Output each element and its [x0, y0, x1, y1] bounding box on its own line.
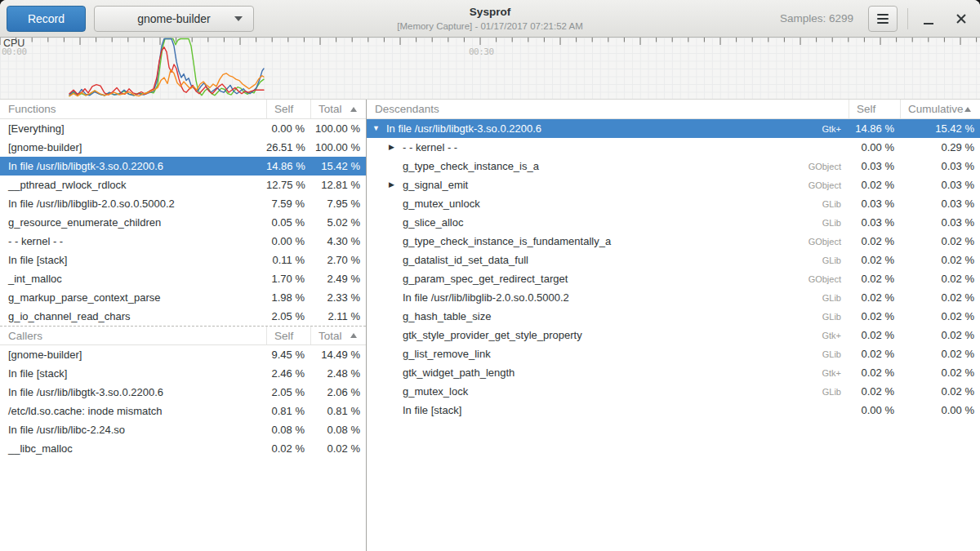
descendants-row[interactable]: g_type_check_instance_is_fundamentally_a… — [367, 232, 980, 251]
function-name: In file /usr/lib/libgtk-3.so.0.2200.6 — [0, 386, 266, 398]
descendants-row[interactable]: g_type_check_instance_is_aGObject0.03 %0… — [367, 157, 980, 176]
descendant-name-cell: g_param_spec_get_redirect_targetGObject — [367, 273, 849, 285]
menu-button[interactable] — [868, 6, 898, 32]
expander-collapsed-icon[interactable]: ▶ — [389, 144, 403, 151]
functions-row[interactable]: _int_malloc1.70 %2.49 % — [0, 269, 366, 288]
callers-row[interactable]: In file [stack]2.46 %2.48 % — [0, 364, 366, 383]
column-header-cumulative[interactable]: Cumulative — [900, 100, 980, 118]
function-name: In file /usr/lib/libc-2.24.so — [0, 424, 266, 436]
column-header-callers[interactable]: Callers — [0, 327, 266, 344]
total-percent: 7.95 % — [310, 198, 366, 210]
callers-row[interactable]: [gnome-builder]9.45 %14.49 % — [0, 345, 366, 364]
descendants-row[interactable]: g_mutex_unlockGLib0.03 %0.03 % — [367, 194, 980, 213]
library-badge: GObject — [808, 180, 849, 190]
functions-row[interactable]: g_io_channel_read_chars2.05 %2.11 % — [0, 307, 366, 326]
self-percent: 26.51 % — [266, 141, 310, 153]
descendants-row[interactable]: g_param_spec_get_redirect_targetGObject0… — [367, 269, 980, 288]
descendants-row[interactable]: g_hash_table_sizeGLib0.02 %0.02 % — [367, 307, 980, 326]
functions-row[interactable]: - - kernel - -0.00 %4.30 % — [0, 232, 366, 251]
expander-collapsed-icon[interactable]: ▶ — [389, 181, 403, 189]
function-name: g_hash_table_size — [403, 310, 491, 322]
function-name: - - kernel - - — [403, 141, 457, 153]
function-name: In file [stack] — [0, 254, 266, 266]
self-percent: 7.59 % — [266, 198, 310, 210]
callers-row[interactable]: In file /usr/lib/libgtk-3.so.0.2200.62.0… — [0, 383, 366, 402]
cumulative-percent: 0.00 % — [900, 404, 980, 416]
cumulative-percent: 0.03 % — [900, 216, 980, 229]
functions-table-header: Functions Self Total — [0, 100, 366, 119]
column-header-total[interactable]: Total — [310, 100, 366, 118]
cumulative-percent: 0.02 % — [900, 235, 980, 247]
column-header-self[interactable]: Self — [849, 100, 900, 118]
callers-row[interactable]: __libc_malloc0.02 %0.02 % — [0, 439, 366, 458]
column-header-descendants[interactable]: Descendants — [367, 100, 849, 118]
functions-row[interactable]: In file /usr/lib/libgtk-3.so.0.2200.614.… — [0, 157, 366, 176]
minimize-button[interactable] — [916, 7, 941, 31]
column-header-total[interactable]: Total — [310, 327, 366, 344]
column-header-functions[interactable]: Functions — [0, 100, 266, 118]
total-percent: 2.48 % — [310, 367, 366, 380]
descendants-row[interactable]: gtk_style_provider_get_style_propertyGtk… — [367, 326, 980, 344]
header-separator — [907, 8, 908, 29]
close-icon — [956, 14, 966, 24]
function-name: In file [stack] — [0, 367, 266, 380]
functions-row[interactable]: g_markup_parse_context_parse1.98 %2.33 % — [0, 288, 366, 307]
descendants-row[interactable]: gtk_widget_path_lengthGtk+0.02 %0.02 % — [367, 363, 980, 382]
functions-row[interactable]: [gnome-builder]26.51 %100.00 % — [0, 138, 366, 157]
callers-row[interactable]: /etc/ld.so.cache: inode mismatch0.81 %0.… — [0, 402, 366, 420]
descendants-row[interactable]: ▼In file /usr/lib/libgtk-3.so.0.2200.6Gt… — [367, 119, 980, 138]
self-percent: 0.00 % — [849, 404, 900, 416]
sysprof-window: Record gnome-builder Sysprof [Memory Cap… — [0, 0, 980, 551]
descendants-row[interactable]: g_mutex_lockGLib0.02 %0.02 % — [367, 382, 980, 401]
record-button-label: Record — [28, 12, 65, 25]
functions-row[interactable]: __pthread_rwlock_rdlock12.75 %12.81 % — [0, 176, 366, 194]
column-header-self[interactable]: Self — [266, 327, 310, 344]
function-name: [gnome-builder] — [0, 141, 266, 153]
descendants-row[interactable]: In file /usr/lib/libglib-2.0.so.0.5000.2… — [367, 288, 980, 307]
descendants-row[interactable]: ▶g_signal_emitGObject0.02 %0.03 % — [367, 176, 980, 194]
descendant-name-cell: ▶g_signal_emitGObject — [367, 179, 849, 191]
time-axis-label: 00:00 — [2, 47, 27, 57]
functions-row[interactable]: [Everything]0.00 %100.00 % — [0, 119, 366, 138]
descendant-name-cell: ▼In file /usr/lib/libgtk-3.so.0.2200.6Gt… — [367, 122, 849, 135]
cpu-usage-graph: CPU 00:0000:30 — [0, 38, 980, 100]
function-name: __libc_malloc — [0, 442, 266, 455]
functions-row[interactable]: g_resource_enumerate_children0.05 %5.02 … — [0, 213, 366, 232]
self-percent: 2.46 % — [266, 367, 310, 380]
library-badge: GLib — [822, 312, 849, 322]
record-button[interactable]: Record — [7, 6, 86, 32]
profile-panes: Functions Self Total [Everything]0.00 %1… — [0, 100, 980, 551]
function-name: In file [stack] — [403, 404, 461, 416]
descendants-row[interactable]: g_datalist_id_set_data_fullGLib0.02 %0.0… — [367, 251, 980, 269]
callers-table-header: Callers Self Total — [0, 326, 366, 345]
cumulative-percent: 0.03 % — [900, 160, 980, 172]
library-badge: Gtk+ — [822, 368, 849, 378]
close-button[interactable] — [949, 7, 973, 31]
descendants-row[interactable]: In file [stack]0.00 %0.00 % — [367, 401, 980, 420]
self-percent: 12.75 % — [266, 179, 310, 191]
functions-row[interactable]: In file [stack]0.11 %2.70 % — [0, 251, 366, 269]
samples-count: Samples: 6299 — [780, 12, 853, 24]
total-percent: 0.81 % — [310, 405, 366, 417]
descendants-row[interactable]: g_slice_allocGLib0.03 %0.03 % — [367, 213, 980, 232]
self-percent: 0.03 % — [849, 198, 900, 210]
function-name: g_mutex_unlock — [403, 198, 480, 210]
descendants-row[interactable]: ▶- - kernel - -0.00 %0.29 % — [367, 138, 980, 157]
column-header-self[interactable]: Self — [266, 100, 310, 118]
total-percent: 2.11 % — [310, 310, 366, 322]
right-pane: Descendants Self Cumulative ▼In file /us… — [367, 100, 980, 551]
descendant-name-cell: ▶- - kernel - - — [367, 141, 849, 153]
self-percent: 2.05 % — [266, 386, 310, 398]
cumulative-percent: 0.03 % — [900, 179, 980, 191]
self-percent: 0.02 % — [849, 254, 900, 266]
library-badge: GLib — [822, 218, 849, 228]
process-selector[interactable]: gnome-builder — [94, 6, 254, 32]
callers-table-body: [gnome-builder]9.45 %14.49 %In file [sta… — [0, 345, 366, 458]
functions-row[interactable]: In file /usr/lib/libglib-2.0.so.0.5000.2… — [0, 194, 366, 213]
self-percent: 0.02 % — [849, 179, 900, 191]
callers-row[interactable]: In file /usr/lib/libc-2.24.so0.08 %0.08 … — [0, 420, 366, 439]
window-title-block: Sysprof [Memory Capture] - 01/17/2017 07… — [397, 6, 583, 32]
expander-expanded-icon[interactable]: ▼ — [372, 125, 386, 132]
descendants-row[interactable]: g_list_remove_linkGLib0.02 %0.02 % — [367, 344, 980, 363]
total-percent: 2.33 % — [310, 291, 366, 304]
